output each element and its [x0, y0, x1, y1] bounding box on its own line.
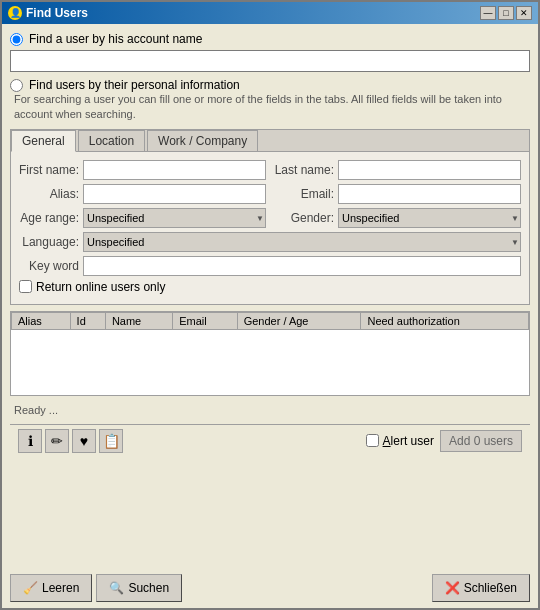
alert-checkbox-row: Alert user	[366, 434, 434, 448]
first-name-row: First name:	[19, 160, 266, 180]
general-tab-content: First name: Last name: Alias:	[11, 152, 529, 304]
gender-select[interactable]: Unspecified Male Female	[338, 208, 521, 228]
leeren-icon: 🧹	[23, 581, 38, 595]
results-table: Alias Id Name Email Gender / Age Need au…	[11, 312, 529, 330]
email-label: Email:	[274, 187, 334, 201]
left-buttons: 🧹 Leeren 🔍 Suchen	[10, 574, 182, 602]
main-window: 👤 Find Users — □ ✕ Find a user by his ac…	[0, 0, 540, 610]
bottom-buttons-bar: 🧹 Leeren 🔍 Suchen ❌ Schließen	[2, 570, 538, 608]
first-name-input[interactable]	[83, 160, 266, 180]
title-bar: 👤 Find Users — □ ✕	[2, 2, 538, 24]
hint-text: For searching a user you can fill one or…	[14, 92, 526, 123]
clipboard-icon-btn[interactable]: 📋	[99, 429, 123, 453]
close-icon: ❌	[445, 581, 460, 595]
keyword-input[interactable]	[83, 256, 521, 276]
suchen-label: Suchen	[128, 581, 169, 595]
language-label: Language:	[19, 235, 79, 249]
tab-general[interactable]: General	[11, 130, 76, 152]
by-personal-label[interactable]: Find users by their personal information	[29, 78, 240, 92]
tab-location[interactable]: Location	[78, 130, 145, 151]
age-range-row: Age range: Unspecified Under 18 18-25 26…	[19, 208, 266, 228]
col-gender-age: Gender / Age	[237, 312, 361, 329]
maximize-button[interactable]: □	[498, 6, 514, 20]
window-icon: 👤	[8, 6, 22, 20]
language-wrapper: Unspecified English German French Spanis…	[83, 232, 521, 252]
search-by-account-section: Find a user by his account name	[10, 32, 530, 72]
general-form-grid: First name: Last name: Alias:	[19, 160, 521, 276]
results-header-row: Alias Id Name Email Gender / Age Need au…	[12, 312, 529, 329]
tab-work-company[interactable]: Work / Company	[147, 130, 258, 151]
title-bar-controls: — □ ✕	[480, 6, 532, 20]
results-table-header: Alias Id Name Email Gender / Age Need au…	[12, 312, 529, 329]
alias-input[interactable]	[83, 184, 266, 204]
info-icon-btn[interactable]: ℹ	[18, 429, 42, 453]
add-users-button[interactable]: Add 0 users	[440, 430, 522, 452]
leeren-label: Leeren	[42, 581, 79, 595]
tabs-container: General Location Work / Company First na…	[10, 129, 530, 305]
age-range-wrapper: Unspecified Under 18 18-25 26-35 36-45 4…	[83, 208, 266, 228]
online-only-checkbox[interactable]	[19, 280, 32, 293]
col-email: Email	[173, 312, 237, 329]
status-text: Ready ...	[14, 404, 58, 416]
alias-row: Alias:	[19, 184, 266, 204]
by-account-radio[interactable]	[10, 33, 23, 46]
by-account-label[interactable]: Find a user by his account name	[29, 32, 202, 46]
col-name: Name	[105, 312, 172, 329]
close-button[interactable]: ✕	[516, 6, 532, 20]
content-area: Find a user by his account name Find use…	[2, 24, 538, 570]
suchen-button[interactable]: 🔍 Suchen	[96, 574, 182, 602]
results-body	[11, 330, 529, 395]
age-range-select[interactable]: Unspecified Under 18 18-25 26-35 36-45 4…	[83, 208, 266, 228]
window-title: Find Users	[26, 6, 88, 20]
last-name-input[interactable]	[338, 160, 521, 180]
keyword-label: Key word	[19, 259, 79, 273]
toolbar-right: Alert user Add 0 users	[366, 430, 522, 452]
last-name-label: Last name:	[274, 163, 334, 177]
minimize-button[interactable]: —	[480, 6, 496, 20]
heart-icon-btn[interactable]: ♥	[72, 429, 96, 453]
schliessen-label: Schließen	[464, 581, 517, 595]
email-row: Email:	[274, 184, 521, 204]
col-need-auth: Need authorization	[361, 312, 529, 329]
edit-icon-btn[interactable]: ✏	[45, 429, 69, 453]
leeren-button[interactable]: 🧹 Leeren	[10, 574, 92, 602]
online-only-label[interactable]: Return online users only	[36, 280, 165, 294]
alert-user-checkbox[interactable]	[366, 434, 379, 447]
age-range-label: Age range:	[19, 211, 79, 225]
alert-user-rest: lert user	[391, 434, 434, 448]
gender-wrapper: Unspecified Male Female ▼	[338, 208, 521, 228]
gender-row: Gender: Unspecified Male Female ▼	[274, 208, 521, 228]
alert-user-label[interactable]: Alert user	[383, 434, 434, 448]
results-area: Alias Id Name Email Gender / Age Need au…	[10, 311, 530, 396]
account-name-input[interactable]	[10, 50, 530, 72]
email-input[interactable]	[338, 184, 521, 204]
gender-label: Gender:	[274, 211, 334, 225]
online-checkbox-row: Return online users only	[19, 280, 521, 294]
account-radio-row: Find a user by his account name	[10, 32, 530, 46]
personal-radio-row: Find users by their personal information	[10, 78, 530, 92]
tab-bar: General Location Work / Company	[11, 130, 529, 152]
alias-label: Alias:	[19, 187, 79, 201]
suchen-icon: 🔍	[109, 581, 124, 595]
title-bar-left: 👤 Find Users	[8, 6, 88, 20]
by-personal-radio[interactable]	[10, 79, 23, 92]
col-alias: Alias	[12, 312, 71, 329]
schliessen-button[interactable]: ❌ Schließen	[432, 574, 530, 602]
language-row: Language: Unspecified English German Fre…	[19, 232, 521, 252]
first-name-label: First name:	[19, 163, 79, 177]
bottom-toolbar: ℹ ✏ ♥ 📋 Alert user Add 0 users	[10, 424, 530, 457]
keyword-row: Key word	[19, 256, 521, 276]
toolbar-left: ℹ ✏ ♥ 📋	[18, 429, 123, 453]
language-select[interactable]: Unspecified English German French Spanis…	[83, 232, 521, 252]
search-by-personal-section: Find users by their personal information…	[10, 78, 530, 305]
last-name-row: Last name:	[274, 160, 521, 180]
col-id: Id	[70, 312, 105, 329]
alert-user-underline-a: A	[383, 434, 391, 448]
status-bar: Ready ...	[10, 402, 530, 418]
